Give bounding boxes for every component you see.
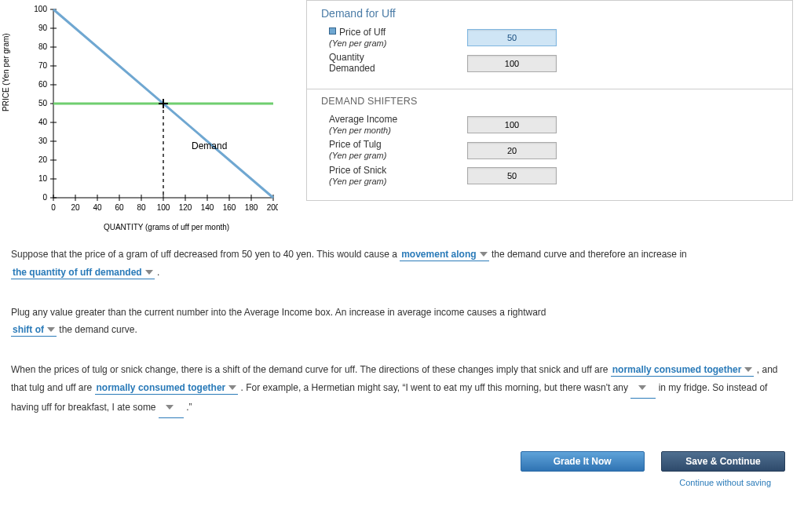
svg-text:120: 120 <box>179 203 192 212</box>
svg-text:20: 20 <box>38 155 48 164</box>
svg-text:200: 200 <box>267 203 278 212</box>
dropdown-snick-relation[interactable]: normally consumed together <box>611 364 755 377</box>
caret-down-icon <box>228 385 236 390</box>
control-panels: Demand for Uff Price of Uff (Yen per gra… <box>306 0 793 201</box>
svg-text:60: 60 <box>38 80 48 89</box>
paragraph-2: Plug any value greater than the current … <box>11 304 793 340</box>
price-of-uff-label: Price of Uff (Yen per gram) <box>329 27 455 48</box>
chart-svg[interactable]: 0 10 20 30 40 50 60 70 80 90 100 0 <box>11 2 278 221</box>
svg-text:10: 10 <box>38 174 48 183</box>
demand-annotation: Demand <box>192 140 227 151</box>
svg-text:0: 0 <box>42 193 47 202</box>
dropdown-shift-of[interactable]: shift of <box>11 324 57 337</box>
paragraph-1: Suppose that the price of a gram of uff … <box>11 246 793 282</box>
caret-down-icon <box>166 405 174 410</box>
svg-text:90: 90 <box>38 24 48 32</box>
dropdown-blank-1[interactable] <box>630 379 656 399</box>
svg-text:60: 60 <box>115 203 124 212</box>
y-axis-label: PRICE (Yen per gram) <box>2 33 10 111</box>
dropdown-movement-shift[interactable]: movement along <box>400 249 488 261</box>
svg-text:160: 160 <box>223 203 236 212</box>
svg-text:40: 40 <box>93 203 102 212</box>
svg-text:20: 20 <box>71 203 80 212</box>
panel-shifters-title: DEMAND SHIFTERS <box>321 96 778 107</box>
quantity-demanded-label: QuantityDemanded <box>329 53 455 75</box>
paragraph-3: When the prices of tulg or snick change,… <box>11 361 793 417</box>
caret-down-icon <box>47 327 55 332</box>
quantity-demanded-output <box>467 55 557 72</box>
x-axis-label: QUANTITY (grams of uff per month) <box>11 223 294 231</box>
price-of-snick-label: Price of Snick(Yen per gram) <box>329 166 455 186</box>
svg-text:100: 100 <box>34 5 47 13</box>
save-continue-button[interactable]: Save & Continue <box>661 451 785 472</box>
svg-text:30: 30 <box>38 137 48 145</box>
price-of-uff-input[interactable] <box>467 29 557 46</box>
caret-down-icon <box>744 367 752 372</box>
series-color-swatch <box>329 27 336 35</box>
caret-down-icon <box>638 385 646 390</box>
svg-text:140: 140 <box>201 203 214 212</box>
caret-down-icon <box>480 252 488 257</box>
demand-chart: PRICE (Yen per gram) 0 10 20 30 40 50 <box>11 0 294 231</box>
svg-text:80: 80 <box>38 42 48 51</box>
dropdown-blank-2[interactable] <box>159 399 184 418</box>
panel-demand-title: Demand for Uff <box>321 7 778 20</box>
svg-text:50: 50 <box>38 99 48 107</box>
svg-text:0: 0 <box>51 203 56 212</box>
price-of-tulg-input[interactable] <box>467 142 557 159</box>
dropdown-quantity-demanded[interactable]: the quantity of uff demanded <box>11 267 155 279</box>
average-income-input[interactable] <box>467 116 557 133</box>
caret-down-icon <box>145 270 153 275</box>
svg-text:40: 40 <box>38 118 48 126</box>
svg-text:80: 80 <box>137 203 146 212</box>
svg-text:70: 70 <box>38 61 48 70</box>
continue-without-saving-link[interactable]: Continue without saving <box>679 478 771 487</box>
average-income-label: Average Income(Yen per month) <box>329 115 455 135</box>
svg-text:100: 100 <box>157 203 170 212</box>
grade-it-now-button[interactable]: Grade It Now <box>521 451 645 472</box>
price-of-snick-input[interactable] <box>467 167 557 184</box>
svg-text:180: 180 <box>245 203 258 212</box>
price-of-tulg-label: Price of Tulg(Yen per gram) <box>329 140 455 160</box>
dropdown-tulg-relation[interactable]: normally consumed together <box>95 382 239 395</box>
